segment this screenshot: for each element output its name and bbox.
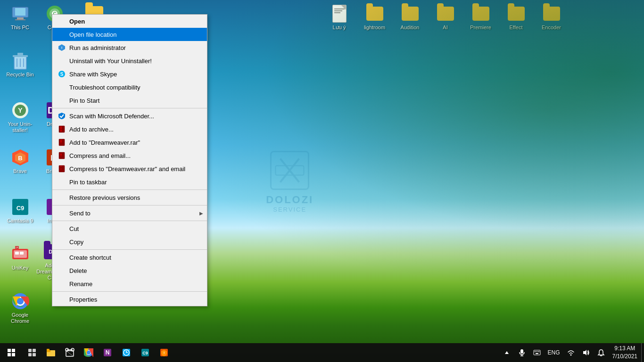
desktop-icon-ai[interactable]: AI — [428, 2, 463, 33]
ctx-delete[interactable]: Delete — [52, 264, 207, 277]
tray-notification[interactable] — [594, 343, 609, 362]
ctx-compress-email[interactable]: Compress and email... — [52, 149, 207, 162]
taskbar-chrome[interactable] — [79, 343, 98, 362]
ctx-compress-dw-email-icon — [57, 164, 66, 173]
ctx-create-shortcut[interactable]: Create shortcut — [52, 251, 207, 264]
ctx-rename[interactable]: Rename — [52, 277, 207, 290]
lightroom-icon — [365, 4, 384, 23]
ctx-open[interactable]: Open — [52, 15, 207, 28]
desktop-icon-chrome[interactable]: Google Chrome — [2, 290, 38, 326]
ctx-add-archive[interactable]: Add to archive... — [52, 123, 207, 136]
ctx-pin-start-label: Pin to Start — [69, 97, 199, 104]
ctx-run-admin-label: Run as administrator — [69, 44, 199, 51]
svg-rect-47 — [60, 129, 62, 130]
desktop-icon-camtasia[interactable]: C9 Camtasia 9 — [2, 196, 38, 226]
taskbar-snip-tool[interactable] — [60, 343, 79, 362]
taskbar-file-explorer[interactable] — [41, 343, 60, 362]
tray-volume[interactable] — [578, 343, 594, 362]
ctx-uninstall[interactable]: Uninstall with Your Uninstaller! — [52, 54, 207, 67]
effect-label: Effect — [510, 25, 523, 31]
ai-label: AI — [443, 25, 447, 31]
tray-keyboard[interactable] — [529, 343, 545, 362]
desktop-icon-your-uninstaller[interactable]: Y Your Unin-staller! — [2, 99, 38, 135]
taskbar-clockify[interactable] — [117, 343, 136, 362]
ctx-properties-label: Properties — [69, 296, 199, 303]
taskbar-shield[interactable]: ! — [155, 343, 173, 362]
tray-language[interactable]: ENG — [545, 343, 563, 362]
svg-rect-88 — [534, 350, 540, 355]
ctx-scan-defender[interactable]: Scan with Microsoft Defender... — [52, 109, 207, 123]
svg-text:Y: Y — [18, 107, 23, 114]
taskbar-onenote[interactable]: N — [98, 343, 117, 362]
clock-time: 9:13 AM — [614, 345, 635, 353]
chrome-label: Google Chrome — [4, 312, 36, 324]
desktop-icon-lightroom[interactable]: lightroom — [357, 2, 392, 33]
ctx-scan-defender-label: Scan with Microsoft Defender... — [69, 113, 199, 120]
desktop-icon-brave[interactable]: B Brave — [2, 146, 38, 176]
network-icon — [567, 349, 575, 356]
ctx-uninstall-label: Uninstall with Your Uninstaller! — [69, 58, 199, 65]
start-button[interactable] — [0, 343, 23, 362]
language-label: ENG — [548, 349, 560, 356]
ctx-troubleshoot[interactable]: Troubleshoot compatibility — [52, 81, 207, 94]
desktop-icon-encoder[interactable]: Encoder — [534, 2, 569, 33]
chrome-icon — [11, 292, 30, 311]
svg-rect-34 — [15, 252, 19, 255]
desktop-icon-unikey[interactable]: UK UniKey — [2, 243, 38, 273]
desktop-icon-luu-y[interactable]: Lưu ý — [322, 2, 357, 33]
taskbar-right: ENG — [499, 343, 644, 362]
ctx-send-to-label: Send to — [69, 210, 199, 217]
svg-rect-65 — [47, 349, 50, 351]
tray-expand[interactable] — [499, 343, 514, 362]
ctx-pin-taskbar[interactable]: Pin to taskbar — [52, 175, 207, 189]
ctx-restore-versions[interactable]: Restore previous versions — [52, 191, 207, 204]
desktop-icon-effect[interactable]: Effect — [498, 2, 534, 33]
microphone-icon — [518, 349, 526, 356]
svg-rect-5 — [15, 8, 25, 16]
svg-rect-62 — [33, 353, 36, 356]
svg-rect-6 — [17, 17, 24, 19]
desktop-icon-audition[interactable]: Audition — [392, 2, 428, 33]
this-pc-icon — [11, 4, 30, 23]
ctx-properties-icon — [57, 295, 66, 304]
desktop-icon-premiere[interactable]: Premiere — [463, 2, 498, 33]
desktop-icon-this-pc[interactable]: This PC — [2, 2, 38, 33]
show-desktop-button[interactable] — [641, 343, 644, 362]
ctx-open-file-location-label: Open file location — [69, 31, 199, 38]
brave-icon: B — [11, 148, 30, 167]
svg-rect-50 — [60, 139, 62, 140]
ai-folder-icon — [436, 4, 455, 23]
tray-network[interactable] — [563, 343, 578, 362]
ctx-run-as-admin[interactable]: ! Run as administrator — [52, 41, 207, 54]
svg-marker-94 — [583, 350, 586, 355]
ctx-compress-dw-email[interactable]: Compress to "Dreamweaver.rar" and email — [52, 162, 207, 175]
ctx-share-skype[interactable]: S Share with Skype — [52, 67, 207, 81]
taskbar-camtasia[interactable]: C9 — [136, 343, 155, 362]
ctx-add-dw-rar[interactable]: Add to "Dreamweaver.rar" — [52, 136, 207, 149]
premiere-folder-icon — [471, 4, 490, 23]
chrome-taskbar-icon — [84, 348, 93, 357]
ctx-properties[interactable]: Properties — [52, 293, 207, 306]
desktop-icon-recycle-bin[interactable]: Recycle Bin — [2, 49, 38, 80]
clock-display[interactable]: 9:13 AM 7/10/2021 — [609, 343, 641, 362]
ctx-open-file-location[interactable]: Open file location — [52, 28, 207, 41]
ctx-cut[interactable]: Cut — [52, 222, 207, 235]
ctx-pin-start[interactable]: Pin to Start — [52, 94, 207, 107]
svg-rect-91 — [538, 351, 539, 352]
ctx-skype-icon: S — [57, 69, 66, 79]
tray-microphone[interactable] — [514, 343, 529, 362]
ctx-cut-icon — [57, 224, 66, 233]
unikey-icon: UK — [11, 245, 30, 263]
svg-marker-84 — [505, 351, 509, 354]
ctx-sep2 — [52, 189, 207, 190]
svg-point-93 — [570, 354, 571, 356]
ctx-send-to[interactable]: Send to ▶ — [52, 206, 207, 220]
recycle-bin-label: Recycle Bin — [6, 72, 33, 78]
svg-rect-52 — [60, 142, 62, 143]
svg-rect-90 — [537, 351, 537, 352]
ctx-copy[interactable]: Copy — [52, 235, 207, 248]
taskbar-task-view[interactable] — [23, 343, 41, 362]
ctx-defender-icon — [57, 111, 66, 121]
desktop: DOLOZI SERVICE This PC C Cốc... — [0, 0, 644, 362]
encoder-folder-icon — [542, 4, 561, 23]
